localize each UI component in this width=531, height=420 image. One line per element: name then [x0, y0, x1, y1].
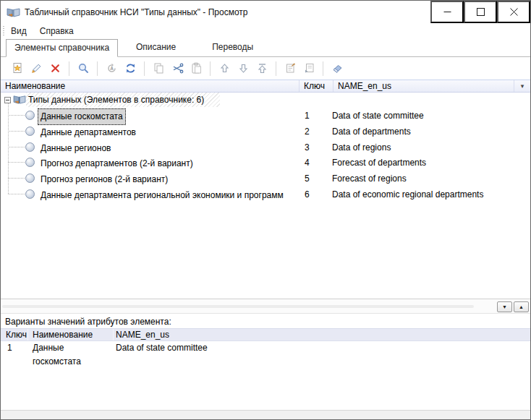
toolbar-separator	[210, 61, 211, 76]
status-bar	[1, 410, 530, 419]
variants-column-name-en: NAME_en_us	[114, 329, 530, 340]
reference-tree: Типы данных (Элементов в справочнике: 6)…	[1, 93, 530, 299]
copy-button[interactable]	[149, 60, 168, 77]
edit-item-button[interactable]	[27, 60, 46, 77]
variants-table-header: Ключ Наименование NAME_en_us	[1, 328, 530, 341]
tree-item[interactable]: Данные департаментов 2 Data of departmen…	[1, 124, 530, 140]
card-view-icon	[303, 62, 315, 74]
refresh-icon	[124, 62, 137, 74]
cell-name-en: Forecast of regions	[332, 171, 407, 187]
tree-item-label: Прогноз департаментов (2-й вариант)	[38, 155, 196, 172]
cell-name: Данные госкомстата	[28, 341, 114, 355]
cell-name-en: Forecast of departments	[332, 155, 426, 171]
toolbar-separator	[144, 61, 145, 76]
toolbar: A	[1, 57, 530, 80]
panel-splitter[interactable]: ▼ ▲	[1, 299, 530, 314]
close-button[interactable]	[497, 1, 530, 23]
cell-name-en: Data of state committee	[114, 341, 530, 355]
tree-item[interactable]: Данные департамента региональной экономи…	[1, 187, 530, 202]
toolbar-separator	[323, 61, 323, 76]
element-sphere-icon	[25, 173, 35, 183]
cell-key: 6	[305, 187, 310, 202]
splitter-collapse-button[interactable]: ▼	[497, 301, 512, 312]
card-edit-button[interactable]	[281, 60, 300, 77]
refresh-all-icon: A	[106, 62, 118, 74]
maximize-button[interactable]	[464, 1, 497, 23]
variants-table-row[interactable]: 1 Данные госкомстата Data of state commi…	[1, 341, 530, 355]
splitter-expand-button[interactable]: ▲	[514, 301, 529, 312]
cell-name-en: Data of regions	[332, 140, 391, 155]
app-book-icon	[7, 7, 20, 18]
minimize-button[interactable]	[430, 1, 464, 23]
new-item-icon	[12, 62, 24, 74]
new-item-button[interactable]	[8, 60, 27, 77]
cell-key: 1	[1, 341, 28, 355]
element-sphere-icon	[25, 189, 35, 199]
element-sphere-icon	[25, 142, 35, 152]
menu-help[interactable]: Справка	[33, 24, 80, 38]
cell-key: 2	[305, 124, 310, 140]
tree-item[interactable]: Данные регионов 3 Data of regions	[1, 140, 530, 155]
cell-key: 3	[305, 140, 310, 155]
card-view-button[interactable]	[300, 60, 318, 77]
tree-item[interactable]: Данные госкомстата 1 Data of state commi…	[1, 108, 530, 124]
paste-clipboard-icon	[190, 62, 203, 74]
tree-item-label: Данные департаментов	[38, 124, 139, 141]
element-sphere-icon	[25, 158, 35, 167]
tree-item[interactable]: Прогноз регионов (2-й вариант) 5 Forecas…	[1, 171, 530, 187]
refresh-button[interactable]	[121, 60, 140, 77]
search-icon	[77, 62, 90, 74]
attribute-variants-label: Варианты значений атрибутов элемента:	[5, 316, 171, 327]
title-bar: Табличный справочник НСИ "Типы данных" -…	[1, 1, 530, 23]
column-header-name[interactable]: Наименование	[1, 80, 300, 92]
column-header-key[interactable]: Ключ	[300, 80, 334, 92]
delete-x-icon	[49, 62, 61, 74]
card-edit-icon	[284, 62, 297, 74]
minimize-icon	[443, 8, 451, 16]
tree-root-row[interactable]: Типы данных (Элементов в справочнике: 6)	[1, 93, 530, 108]
window-controls	[430, 1, 530, 23]
move-to-top-icon	[256, 62, 268, 74]
app-window: Табличный справочник НСИ "Типы данных" -…	[0, 0, 531, 420]
refresh-all-button[interactable]: A	[102, 60, 121, 77]
toolbar-separator	[69, 61, 69, 76]
eraser-icon	[331, 62, 344, 74]
variants-column-key: Ключ	[1, 329, 28, 340]
eraser-button[interactable]	[328, 60, 347, 77]
tree-item-label: Прогноз регионов (2-й вариант)	[38, 171, 171, 188]
search-button[interactable]	[74, 60, 93, 77]
cut-button[interactable]	[168, 60, 187, 77]
cell-name-en: Data of state committee	[332, 108, 424, 124]
toolbar-separator	[276, 61, 276, 76]
tab-elements[interactable]: Элементы справочника	[6, 39, 118, 57]
tab-translations[interactable]: Переводы	[194, 39, 271, 56]
move-down-button[interactable]	[234, 60, 252, 77]
column-chooser-button[interactable]: ▾	[514, 80, 530, 92]
tab-description[interactable]: Описание	[118, 39, 194, 56]
tree-item-label: Данные госкомстата	[38, 108, 126, 125]
collapse-icon[interactable]	[4, 97, 11, 103]
cell-key: 1	[305, 108, 310, 124]
copy-icon	[153, 62, 165, 74]
cell-name-en: Data of economic regional departments	[332, 187, 483, 202]
menu-bar: Вид Справка	[1, 23, 530, 38]
element-sphere-icon	[25, 127, 35, 136]
move-up-icon	[218, 62, 231, 74]
window-title: Табличный справочник НСИ "Типы данных" -…	[25, 7, 248, 17]
splitter-groove	[2, 305, 474, 308]
cell-key: 4	[305, 155, 310, 171]
tree-item[interactable]: Прогноз департаментов (2-й вариант) 4 Fo…	[1, 155, 530, 171]
menu-view[interactable]: Вид	[4, 24, 33, 38]
move-to-top-button[interactable]	[252, 60, 271, 77]
maximize-icon	[477, 8, 485, 16]
element-sphere-icon	[25, 111, 35, 120]
variants-column-name: Наименование	[28, 329, 114, 340]
column-header-name-en[interactable]: NAME_en_us	[334, 80, 514, 92]
move-up-button[interactable]	[215, 60, 234, 77]
delete-item-button[interactable]	[46, 60, 64, 77]
svg-text:A: A	[110, 66, 114, 71]
cell-name-en: Data of departments	[332, 124, 411, 140]
tree-root-label: Типы данных (Элементов в справочнике: 6)	[26, 93, 220, 107]
move-down-icon	[237, 62, 250, 74]
paste-button[interactable]	[187, 60, 205, 77]
